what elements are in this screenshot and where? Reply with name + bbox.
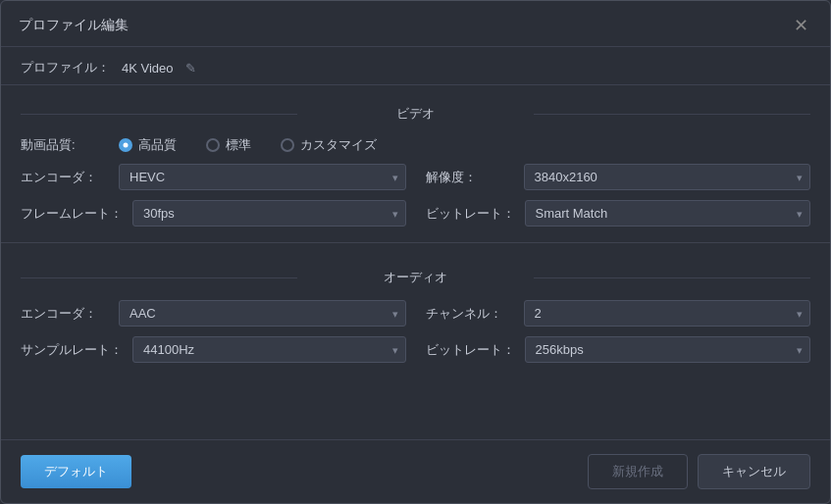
channel-row: チャンネル： 2 1 6 <box>426 300 811 327</box>
audio-section-header: オーディオ <box>21 269 810 286</box>
video-encoder-row: エンコーダ： HEVC H.264 VP9 <box>21 164 406 190</box>
video-bitrate-label: ビットレート： <box>426 205 515 223</box>
video-encoder-select[interactable]: HEVC H.264 VP9 <box>119 164 406 190</box>
profile-row: プロファイル： 4K Video ✎ <box>1 47 830 85</box>
resolution-select[interactable]: 3840x2160 1920x1080 1280x720 <box>524 164 811 190</box>
resolution-row: 解像度： 3840x2160 1920x1080 1280x720 <box>426 164 811 190</box>
samplerate-select-wrapper: 44100Hz 48000Hz 22050Hz <box>132 336 406 363</box>
quality-custom-label: カスタマイズ <box>300 136 377 154</box>
audio-bitrate-label: ビットレート： <box>426 341 515 359</box>
quality-high-radio[interactable] <box>119 138 132 152</box>
samplerate-row: サンプルレート： 44100Hz 48000Hz 22050Hz <box>21 336 406 363</box>
quality-row: 動画品質: 高品質 標準 カスタマイズ <box>21 136 810 154</box>
audio-encoder-label: エンコーダ： <box>21 305 109 323</box>
dialog: プロファイル編集 ✕ プロファイル： 4K Video ✎ ビデオ 動画品質: … <box>0 0 831 504</box>
video-section-header: ビデオ <box>21 105 810 123</box>
video-bitrate-row: ビットレート： Smart Match Custom Auto <box>426 200 811 227</box>
video-encoder-label: エンコーダ： <box>21 169 109 186</box>
profile-label: プロファイル： <box>21 59 110 76</box>
channel-label: チャンネル： <box>426 305 514 323</box>
video-section: ビデオ 動画品質: 高品質 標準 カスタマイズ <box>1 85 830 236</box>
audio-encoder-row: エンコーダ： AAC MP3 FLAC <box>21 300 406 327</box>
quality-custom[interactable]: カスタマイズ <box>281 136 377 154</box>
framerate-label: フレームレート： <box>21 205 123 223</box>
quality-standard[interactable]: 標準 <box>206 136 251 154</box>
audio-section: オーディオ エンコーダ： AAC MP3 FLAC チャンネル： 2 1 <box>1 249 830 373</box>
channel-select-wrapper: 2 1 6 <box>524 300 811 327</box>
default-button[interactable]: デフォルト <box>21 455 131 488</box>
section-divider <box>1 242 830 243</box>
audio-form-grid: エンコーダ： AAC MP3 FLAC チャンネル： 2 1 6 <box>21 300 810 363</box>
footer-right: 新規作成 キャンセル <box>588 454 810 489</box>
video-bitrate-select-wrapper: Smart Match Custom Auto <box>525 200 811 227</box>
framerate-select-wrapper: 30fps 60fps 24fps 25fps <box>132 200 406 227</box>
title-bar: プロファイル編集 ✕ <box>1 1 830 47</box>
quality-custom-radio[interactable] <box>281 138 294 152</box>
audio-encoder-select-wrapper: AAC MP3 FLAC <box>119 300 406 327</box>
framerate-row: フレームレート： 30fps 60fps 24fps 25fps <box>21 200 406 227</box>
quality-high[interactable]: 高品質 <box>119 136 177 154</box>
resolution-label: 解像度： <box>426 169 514 186</box>
footer: デフォルト 新規作成 キャンセル <box>1 439 830 503</box>
quality-high-label: 高品質 <box>138 136 177 154</box>
audio-bitrate-select-wrapper: 256kbps 128kbps 320kbps <box>525 336 811 363</box>
quality-radio-group: 高品質 標準 カスタマイズ <box>119 136 810 154</box>
close-button[interactable]: ✕ <box>790 15 812 36</box>
edit-icon[interactable]: ✎ <box>185 61 196 76</box>
video-form-grid: エンコーダ： HEVC H.264 VP9 解像度： 3840x2160 192… <box>21 164 810 227</box>
framerate-select[interactable]: 30fps 60fps 24fps 25fps <box>132 200 406 227</box>
profile-name: 4K Video <box>122 61 174 76</box>
video-encoder-select-wrapper: HEVC H.264 VP9 <box>119 164 406 190</box>
channel-select[interactable]: 2 1 6 <box>524 300 811 327</box>
samplerate-select[interactable]: 44100Hz 48000Hz 22050Hz <box>132 336 406 363</box>
dialog-title: プロファイル編集 <box>19 17 129 34</box>
audio-bitrate-row: ビットレート： 256kbps 128kbps 320kbps <box>426 336 811 363</box>
samplerate-label: サンプルレート： <box>21 341 123 359</box>
resolution-select-wrapper: 3840x2160 1920x1080 1280x720 <box>524 164 811 190</box>
quality-standard-radio[interactable] <box>206 138 220 152</box>
audio-encoder-select[interactable]: AAC MP3 FLAC <box>119 300 406 327</box>
quality-standard-label: 標準 <box>226 136 251 154</box>
cancel-button[interactable]: キャンセル <box>698 454 810 489</box>
quality-label: 動画品質: <box>21 136 109 154</box>
video-bitrate-select[interactable]: Smart Match Custom Auto <box>525 200 811 227</box>
audio-bitrate-select[interactable]: 256kbps 128kbps 320kbps <box>525 336 811 363</box>
create-button[interactable]: 新規作成 <box>588 454 688 489</box>
